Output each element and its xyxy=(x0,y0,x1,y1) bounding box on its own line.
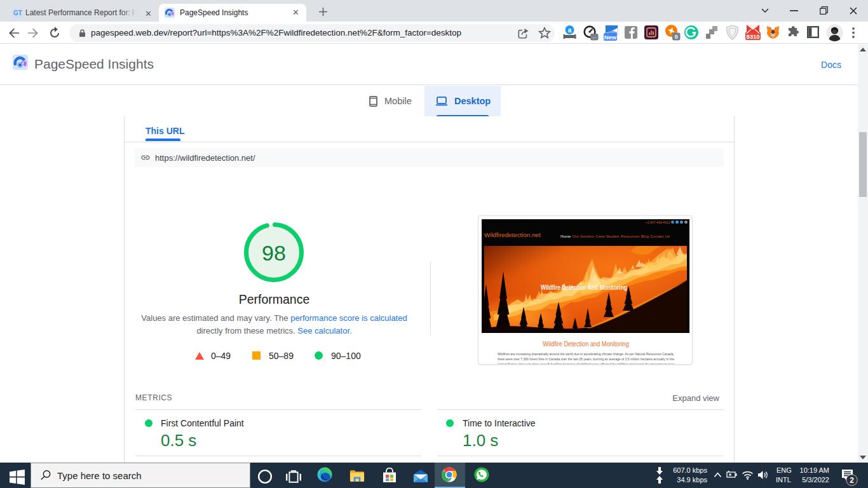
svg-text:New: New xyxy=(604,34,617,41)
svg-text:a: a xyxy=(568,27,572,34)
svg-text:0: 0 xyxy=(675,34,678,40)
svg-text:Wildfire Detection And Monitor: Wildfire Detection And Monitoring xyxy=(541,283,627,291)
svg-text:2: 2 xyxy=(850,476,854,485)
svg-text:98: 98 xyxy=(262,241,286,265)
svg-text:--: -- xyxy=(593,34,597,40)
svg-text:8310: 8310 xyxy=(746,33,759,40)
